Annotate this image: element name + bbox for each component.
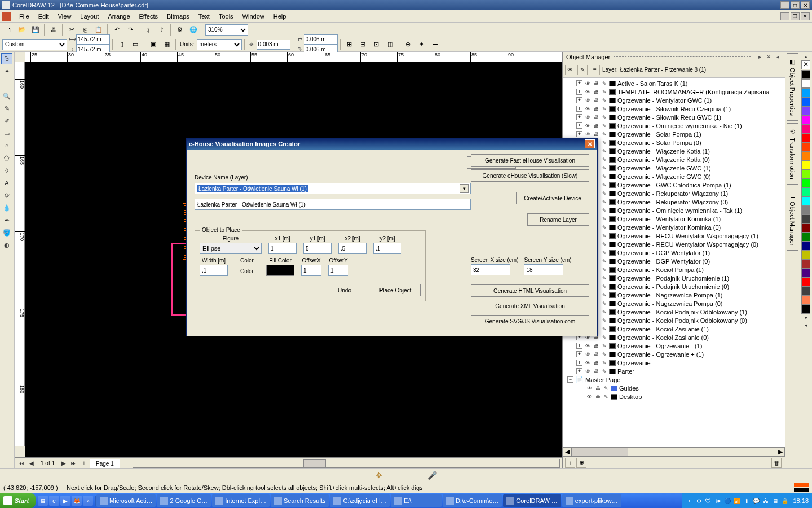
- edit-icon[interactable]: ✎: [601, 317, 608, 324]
- x1-input[interactable]: 1: [268, 243, 297, 254]
- opt4-button[interactable]: ◫: [384, 38, 396, 51]
- edit-icon[interactable]: ✎: [601, 258, 608, 265]
- edit-icon[interactable]: ✎: [601, 249, 608, 256]
- docker-menu-button[interactable]: ▸: [756, 53, 764, 61]
- ql-more-icon[interactable]: »: [83, 496, 93, 506]
- print-icon[interactable]: 🖶: [592, 106, 600, 112]
- color-swatch[interactable]: [801, 124, 810, 133]
- menu-edit[interactable]: Edit: [34, 12, 54, 21]
- color-swatch[interactable]: [801, 70, 810, 79]
- print-icon[interactable]: 🖶: [592, 343, 600, 349]
- edit-icon[interactable]: ✎: [601, 156, 608, 163]
- edit-icon[interactable]: ✎: [601, 106, 608, 112]
- menu-effects[interactable]: Effects: [135, 12, 162, 21]
- ellipse-tool[interactable]: ○: [1, 140, 12, 151]
- visible-icon[interactable]: 👁: [585, 393, 593, 400]
- edit-icon[interactable]: ✎: [601, 368, 608, 375]
- layer-row[interactable]: +👁🖶✎Ogrzewanie - Ominięcie wymiennika - …: [564, 121, 784, 130]
- print-icon[interactable]: 🖶: [592, 89, 600, 95]
- color-swatch[interactable]: [801, 151, 810, 160]
- color-swatch[interactable]: [801, 260, 810, 269]
- expander-icon[interactable]: +: [576, 114, 582, 120]
- color-swatch[interactable]: [801, 296, 810, 305]
- no-color-swatch[interactable]: [801, 60, 810, 69]
- options-button[interactable]: ☰: [429, 38, 442, 51]
- expander-icon[interactable]: +: [576, 106, 582, 112]
- landscape-button[interactable]: ▭: [129, 38, 142, 51]
- color-swatch[interactable]: [801, 305, 810, 314]
- docker-view-button[interactable]: 👁: [565, 65, 575, 75]
- color-swatch[interactable]: [801, 251, 810, 260]
- export-button[interactable]: ⤴: [156, 24, 168, 36]
- edit-icon[interactable]: ✎: [601, 266, 608, 273]
- edit-icon[interactable]: ✎: [601, 292, 608, 299]
- page-add-button[interactable]: +: [80, 459, 89, 468]
- create-activate-button[interactable]: Create/Activate Device: [516, 192, 589, 204]
- edit-icon[interactable]: ✎: [601, 216, 608, 222]
- ql-desktop-icon[interactable]: 🖥: [38, 496, 48, 506]
- edit-icon[interactable]: ✎: [601, 283, 608, 290]
- layer-row[interactable]: +👁🖶✎TEMPLATE_ROOMMANAGER (Konfiguracja Z…: [564, 87, 784, 96]
- place-object-button[interactable]: Place Object: [370, 284, 421, 296]
- layer-row[interactable]: +👁🖶✎Parter: [564, 367, 784, 375]
- rename-layer-button[interactable]: Rename Layer: [527, 213, 589, 226]
- dup-x-input[interactable]: [304, 34, 338, 45]
- dynamic-guides-button[interactable]: ✦: [416, 38, 428, 51]
- expander-icon[interactable]: +: [576, 360, 582, 366]
- units-select[interactable]: meters: [197, 39, 242, 50]
- pages-button[interactable]: ▣: [147, 38, 160, 51]
- opt2-button[interactable]: ⊟: [357, 38, 369, 51]
- layer-row[interactable]: +👁🖶✎Ogrzewanie - Wentylator GWC (1): [564, 96, 784, 104]
- crop-tool[interactable]: ⛶: [1, 78, 12, 89]
- generate-svg-button[interactable]: Generate SVG/JS Visualisation com: [471, 315, 589, 327]
- portrait-button[interactable]: ▯: [116, 38, 128, 51]
- expander-icon[interactable]: +: [576, 89, 582, 95]
- zoom-select[interactable]: 310%: [205, 24, 248, 36]
- visible-icon[interactable]: 👁: [584, 368, 592, 375]
- tray-icon-9[interactable]: 🖥: [771, 497, 779, 505]
- basic-shapes-tool[interactable]: ◊: [1, 165, 12, 176]
- new-master-button[interactable]: ⊕: [576, 458, 586, 468]
- dropdown-arrow-icon[interactable]: ▾: [460, 184, 469, 193]
- smart-draw-tool[interactable]: ✐: [1, 115, 12, 126]
- tray-icon-8[interactable]: 🖧: [762, 497, 770, 505]
- y1-input[interactable]: 5: [303, 243, 332, 254]
- visible-icon[interactable]: 👁: [585, 385, 593, 392]
- print-icon[interactable]: 🖶: [592, 114, 600, 121]
- edit-icon[interactable]: ✎: [601, 241, 608, 248]
- taskbar-button[interactable]: Microsoft Acti…: [96, 494, 156, 507]
- color-button[interactable]: Color: [235, 265, 259, 277]
- freehand-tool[interactable]: ✎: [1, 103, 12, 114]
- menu-layout[interactable]: Layout: [76, 12, 103, 21]
- vertical-ruler[interactable]: 160165170175180: [15, 62, 25, 446]
- menu-window[interactable]: Window: [238, 12, 269, 21]
- print-icon[interactable]: 🖶: [592, 131, 600, 138]
- taskbar-button[interactable]: D:\e-Comm\e…: [443, 494, 502, 507]
- undo-button[interactable]: Undo: [325, 284, 364, 296]
- color-swatch[interactable]: [801, 115, 810, 124]
- color-swatch[interactable]: [801, 196, 810, 205]
- docker-edit-button[interactable]: ✎: [577, 65, 588, 75]
- tray-icon-2[interactable]: 🛡: [704, 497, 712, 505]
- expander-icon[interactable]: +: [576, 343, 582, 349]
- edit-icon[interactable]: ✎: [601, 343, 608, 349]
- taskbar-button[interactable]: C:\zdjęcia eH…: [330, 494, 389, 507]
- opt1-button[interactable]: ⊞: [343, 38, 356, 51]
- taskbar-button[interactable]: CorelDRAW …: [503, 494, 561, 507]
- generate-slow-button[interactable]: Generate eHouse Visualisation (Slow): [471, 169, 589, 182]
- color-swatch[interactable]: [801, 79, 810, 88]
- visible-icon[interactable]: 👁: [584, 351, 592, 358]
- outline-tool[interactable]: ✒: [1, 214, 12, 226]
- undo-button[interactable]: ↶: [111, 24, 123, 36]
- master-page-row[interactable]: − 📄 Master Page: [564, 375, 784, 384]
- tab-object-properties[interactable]: ◧Object Properties: [787, 53, 798, 121]
- ql-firefox-icon[interactable]: 🦊: [72, 496, 82, 506]
- menu-tools[interactable]: Tools: [214, 12, 238, 21]
- save-button[interactable]: 💾: [29, 24, 42, 36]
- visible-icon[interactable]: 👁: [584, 89, 592, 95]
- width-input[interactable]: .1: [200, 265, 228, 276]
- tab-object-manager[interactable]: ≣Object Manager: [787, 187, 798, 251]
- edit-icon[interactable]: ✎: [601, 182, 608, 189]
- print-button[interactable]: 🖶: [47, 24, 60, 36]
- edit-icon[interactable]: ✎: [602, 393, 610, 400]
